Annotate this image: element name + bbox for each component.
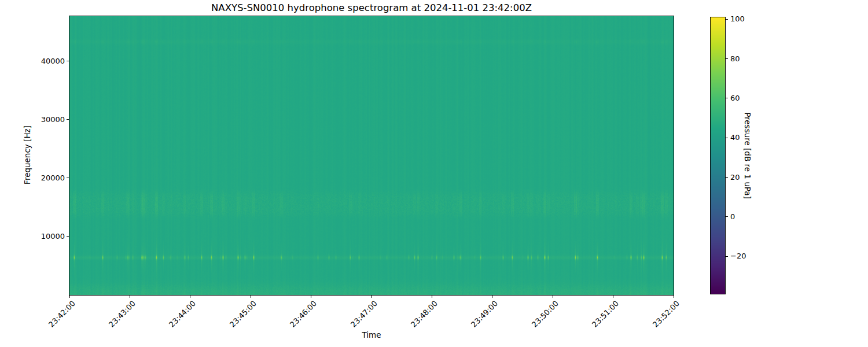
colorbar-tick-label: 80 [730, 54, 740, 64]
x-axis-label: Time [69, 330, 674, 339]
colorbar-label: Pressure [dB re 1 uPa] [743, 112, 752, 199]
x-tick-label: 23:47:00 [349, 299, 379, 329]
x-tick-label: 23:44:00 [168, 299, 198, 329]
chart-title: NAXYS-SN0010 hydrophone spectrogram at 2… [69, 2, 674, 14]
y-tick-label: 10000 [30, 232, 65, 241]
y-tick-mark [67, 178, 69, 178]
colorbar-gradient [711, 17, 725, 294]
colorbar-tick-mark [726, 256, 728, 257]
colorbar-tick-mark [726, 58, 728, 59]
x-tick-mark [69, 296, 70, 298]
x-tick-label: 23:46:00 [288, 299, 318, 329]
x-tick-mark [130, 296, 130, 298]
colorbar [710, 17, 726, 294]
plot-area [69, 16, 674, 296]
colorbar-tick-mark [726, 138, 728, 138]
x-tick-label: 23:49:00 [470, 299, 500, 329]
colorbar-tick-label: 100 [730, 14, 745, 24]
x-tick-mark [613, 296, 613, 298]
x-tick-mark [432, 296, 432, 298]
y-tick-label: 40000 [30, 57, 65, 66]
x-tick-label: 23:50:00 [530, 299, 560, 329]
x-tick-mark [190, 296, 190, 298]
colorbar-tick-mark [726, 98, 728, 98]
x-tick-mark [492, 296, 492, 298]
colorbar-tick-label: 0 [730, 212, 735, 222]
spectrogram-figure: NAXYS-SN0010 hydrophone spectrogram at 2… [0, 0, 868, 347]
y-tick-mark [67, 236, 69, 237]
spectrogram-image [69, 16, 674, 295]
colorbar-tick-mark [726, 177, 728, 178]
y-tick-mark [67, 119, 69, 120]
x-tick-label: 23:52:00 [651, 299, 681, 329]
y-tick-label: 20000 [30, 174, 65, 183]
colorbar-tick-label: 20 [730, 173, 740, 182]
x-tick-label: 23:42:00 [47, 299, 77, 329]
x-tick-label: 23:43:00 [107, 299, 137, 329]
colorbar-tick-label: −20 [730, 252, 746, 261]
colorbar-tick-mark [726, 19, 728, 20]
colorbar-tick-label: 60 [730, 94, 740, 103]
x-tick-label: 23:51:00 [590, 299, 620, 329]
x-tick-mark [372, 296, 372, 298]
x-tick-mark [553, 296, 553, 298]
y-tick-label: 30000 [30, 115, 65, 124]
x-tick-mark [674, 296, 674, 298]
x-tick-mark [251, 296, 251, 298]
x-tick-label: 23:48:00 [409, 299, 439, 329]
y-tick-mark [67, 61, 69, 61]
x-tick-mark [311, 296, 311, 298]
colorbar-tick-mark [726, 216, 728, 217]
colorbar-tick-label: 40 [730, 133, 740, 142]
x-tick-label: 23:45:00 [228, 299, 258, 329]
